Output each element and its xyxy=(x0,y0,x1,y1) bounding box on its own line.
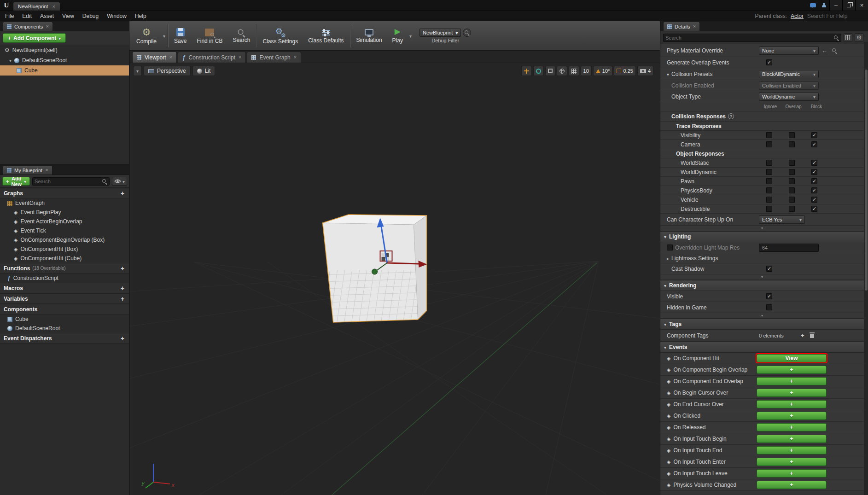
class-defaults-button[interactable]: Class Defaults xyxy=(303,21,349,50)
sidebar-item-constructionscript[interactable]: ConstructionScript xyxy=(0,274,129,283)
override-checkbox[interactable] xyxy=(667,245,673,250)
sidebar-item-oncomponenthit-box[interactable]: OnComponentHit (Box) xyxy=(0,245,129,254)
help-icon[interactable]: ? xyxy=(728,113,734,119)
add-event-button[interactable]: + xyxy=(757,446,827,454)
compile-options-dropdown[interactable] xyxy=(162,21,167,50)
class-settings-button[interactable]: Class Settings xyxy=(257,21,303,50)
block-checkbox[interactable] xyxy=(811,169,817,175)
add-event-button[interactable]: + xyxy=(757,481,827,489)
viewport-3d-scene[interactable] xyxy=(129,63,660,495)
block-checkbox[interactable] xyxy=(811,178,817,184)
scale-snap-button[interactable]: 0.25 xyxy=(614,66,635,76)
ignore-checkbox[interactable] xyxy=(766,160,772,166)
section-header-tags[interactable]: Tags xyxy=(660,319,864,330)
sidebar-item-eventgraph[interactable]: EventGraph xyxy=(0,198,129,208)
ignore-checkbox[interactable] xyxy=(766,197,772,203)
sidebar-item-event-beginplay[interactable]: Event BeginPlay xyxy=(0,208,129,217)
menu-window[interactable]: Window xyxy=(103,13,131,19)
property-matrix-button[interactable] xyxy=(844,33,852,42)
step-up-dropdown[interactable]: ECB Yes xyxy=(759,215,805,224)
block-checkbox[interactable] xyxy=(811,187,817,193)
expand-caret-icon[interactable] xyxy=(667,71,669,77)
overlap-checkbox[interactable] xyxy=(789,169,795,175)
menu-edit[interactable]: Edit xyxy=(18,13,36,19)
rotate-tool-button[interactable] xyxy=(533,66,544,76)
add-tag-button[interactable] xyxy=(799,332,806,339)
add-event-button[interactable]: + xyxy=(757,412,827,420)
perspective-button[interactable]: Perspective xyxy=(144,66,191,76)
use-selected-asset-icon[interactable] xyxy=(821,47,828,54)
overlap-checkbox[interactable] xyxy=(789,178,795,184)
category-expander[interactable] xyxy=(660,226,864,231)
grid-snap-value-button[interactable]: 10 xyxy=(581,66,592,76)
section-header-events[interactable]: Events xyxy=(660,342,864,353)
generate-overlap-events-checkbox[interactable] xyxy=(766,59,772,65)
sidebar-item-event-actorbeginoverlap[interactable]: Event ActorBeginOverlap xyxy=(0,217,129,226)
browse-asset-icon[interactable] xyxy=(831,47,838,54)
close-tab-icon[interactable] xyxy=(169,55,172,60)
details-search[interactable] xyxy=(663,34,841,42)
close-tab-icon[interactable] xyxy=(46,24,48,29)
hidden-in-game-checkbox[interactable] xyxy=(766,304,772,310)
x-axis-arrow[interactable] xyxy=(387,263,419,264)
world-coordinate-button[interactable] xyxy=(557,66,567,76)
object-type-dropdown[interactable]: WorldDynamic xyxy=(759,93,819,101)
close-button[interactable] xyxy=(855,0,868,11)
phys-material-dropdown[interactable]: None xyxy=(759,47,819,55)
sidebar-item-oncomponentbeginoverlap-box[interactable]: OnComponentBeginOverlap (Box) xyxy=(0,235,129,245)
details-search-input[interactable] xyxy=(665,35,832,41)
collision-enabled-dropdown[interactable]: Collision Enabled xyxy=(759,82,819,90)
save-button[interactable]: Save xyxy=(169,21,192,50)
play-options-dropdown[interactable] xyxy=(408,21,413,50)
menu-debug[interactable]: Debug xyxy=(78,13,103,19)
section-header-rendering[interactable]: Rendering xyxy=(660,280,864,291)
add-variable-button[interactable] xyxy=(119,295,126,303)
chevron-right-icon[interactable] xyxy=(667,255,669,262)
add-event-dispatcher-button[interactable] xyxy=(119,335,126,342)
block-checkbox[interactable] xyxy=(811,132,817,138)
menu-view[interactable]: View xyxy=(58,13,78,19)
tree-item-cube[interactable]: Cube xyxy=(0,65,129,76)
grid-snap-button[interactable] xyxy=(569,66,579,76)
delete-tags-button[interactable] xyxy=(809,332,816,339)
window-doc-tab[interactable]: NewBlueprint xyxy=(13,2,60,11)
tab-components[interactable]: Components xyxy=(3,22,53,31)
viewport-options-dropdown[interactable] xyxy=(133,66,142,76)
parent-class-link[interactable]: Actor xyxy=(791,13,804,19)
section-graphs[interactable]: Graphs xyxy=(0,188,129,198)
find-in-content-browser-button[interactable]: Find in CB xyxy=(192,21,227,50)
debug-blueprint-dropdown[interactable]: NewBlueprint xyxy=(419,29,461,37)
3d-viewport[interactable]: Perspective Lit 10 xyxy=(129,63,660,495)
menu-asset[interactable]: Asset xyxy=(36,13,58,19)
search-button[interactable]: Search xyxy=(227,21,255,50)
ignore-checkbox[interactable] xyxy=(766,132,772,138)
visibility-filter-button[interactable] xyxy=(112,177,127,186)
camera-speed-button[interactable]: 4 xyxy=(637,66,653,76)
tab-details[interactable]: Details xyxy=(663,22,700,31)
add-macro-button[interactable] xyxy=(119,285,126,292)
add-new-button[interactable]: Add New xyxy=(2,177,30,186)
tab-my-blueprint[interactable]: My Blueprint xyxy=(3,165,52,175)
add-event-button[interactable]: + xyxy=(757,366,827,374)
tree-item-newblueprint-self[interactable]: NewBlueprint(self) xyxy=(0,45,129,55)
overlap-checkbox[interactable] xyxy=(789,141,795,147)
sidebar-item-event-tick[interactable]: Event Tick xyxy=(0,226,129,235)
tree-item-defaultsceneroot[interactable]: DefaultSceneRoot xyxy=(0,55,129,65)
ignore-checkbox[interactable] xyxy=(766,178,772,184)
close-tab-icon[interactable] xyxy=(294,55,297,60)
block-checkbox[interactable] xyxy=(811,141,817,147)
section-functions[interactable]: Functions (18 Overridable) xyxy=(0,263,129,274)
restore-button[interactable] xyxy=(842,0,855,11)
add-graph-button[interactable] xyxy=(119,190,126,197)
debug-search-button[interactable] xyxy=(463,29,471,37)
category-expander[interactable] xyxy=(660,274,864,280)
add-event-button[interactable]: + xyxy=(757,435,827,443)
menu-file[interactable]: File xyxy=(1,13,18,19)
sidebar-item-defaultsceneroot[interactable]: DefaultSceneRoot xyxy=(0,324,129,333)
feedback-icon[interactable] xyxy=(807,0,818,11)
details-scrollbar[interactable] xyxy=(864,42,868,495)
help-search-input[interactable] xyxy=(807,13,862,19)
overlap-checkbox[interactable] xyxy=(789,187,795,193)
section-event-dispatchers[interactable]: Event Dispatchers xyxy=(0,333,129,344)
tab-viewport[interactable]: Viewport xyxy=(132,52,177,63)
